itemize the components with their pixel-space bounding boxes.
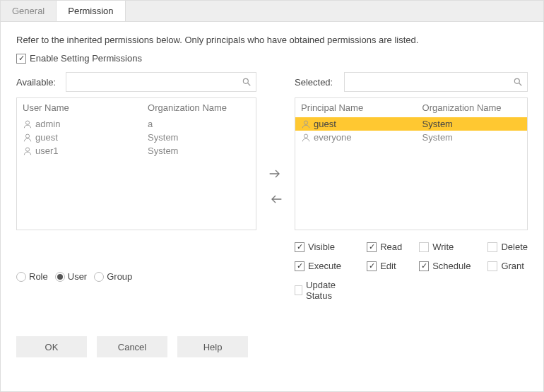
available-search-input[interactable] [71,77,242,88]
available-label: Available: [16,77,60,88]
help-button[interactable]: Help [177,336,248,357]
perm-write-checkbox[interactable]: Write [419,242,471,252]
checkbox-icon [419,242,429,252]
list-row[interactable]: everyone System [295,131,527,144]
checkbox-icon [487,242,497,252]
user-icon [23,133,32,143]
tab-permission[interactable]: Permission [56,1,125,21]
perm-grant-checkbox[interactable]: Grant [487,261,528,271]
tab-general[interactable]: General [1,1,56,21]
cancel-button[interactable]: Cancel [97,336,167,357]
arrow-right-icon [268,169,283,179]
list-row[interactable]: guest System [295,117,527,131]
arrow-left-icon [268,194,283,204]
move-left-button[interactable] [268,193,283,206]
perm-delete-checkbox[interactable]: Delete [487,242,528,252]
selected-search-input[interactable] [349,77,513,88]
available-list-header: User Name Organization Name [17,98,256,117]
move-right-button[interactable] [268,167,283,180]
perm-read-checkbox[interactable]: Read [367,242,402,252]
checkbox-icon [367,242,377,252]
list-row[interactable]: guest System [17,131,256,144]
selected-label: Selected: [295,77,338,88]
available-search[interactable] [66,72,256,92]
enable-permissions-label: Enable Setting Permissions [30,53,142,64]
user-icon [23,146,32,156]
radio-role[interactable]: Role [16,271,48,282]
tab-bar: General Permission [1,1,543,22]
enable-permissions-checkbox[interactable]: Enable Setting Permissions [16,53,142,64]
intro-text: Refer to the inherited permissions below… [16,35,528,45]
user-icon [301,119,311,129]
perm-update_status-checkbox[interactable]: Update Status [295,280,350,301]
radio-user[interactable]: User [55,271,87,282]
checkbox-icon [487,261,497,271]
radio-group[interactable]: Group [94,271,132,282]
checkbox-icon [295,285,302,295]
perm-execute-checkbox[interactable]: Execute [295,261,350,271]
checkbox-icon [419,261,429,271]
perm-schedule-checkbox[interactable]: Schedule [419,261,471,271]
checkbox-icon [295,261,304,271]
perm-visible-checkbox[interactable]: Visible [295,242,350,252]
checkbox-icon [367,261,377,271]
available-list: User Name Organization Name admin a gues… [16,97,256,230]
list-row[interactable]: user1 System [17,144,256,158]
search-icon [513,77,523,87]
ok-button[interactable]: OK [16,336,87,357]
checkbox-icon [16,54,26,64]
list-row[interactable]: admin a [17,117,256,131]
perm-edit-checkbox[interactable]: Edit [367,261,402,271]
user-icon [301,133,311,143]
permissions-grid: Visible Read Write Delete Execute Edit S… [295,242,528,301]
search-icon [242,77,252,87]
user-icon [23,119,32,129]
principal-type-radios: Role User Group [16,271,256,282]
checkbox-icon [295,242,304,252]
selected-list-header: Principal Name Organization Name [295,98,527,117]
selected-list: Principal Name Organization Name guest S… [295,97,528,230]
selected-search[interactable] [344,72,528,92]
